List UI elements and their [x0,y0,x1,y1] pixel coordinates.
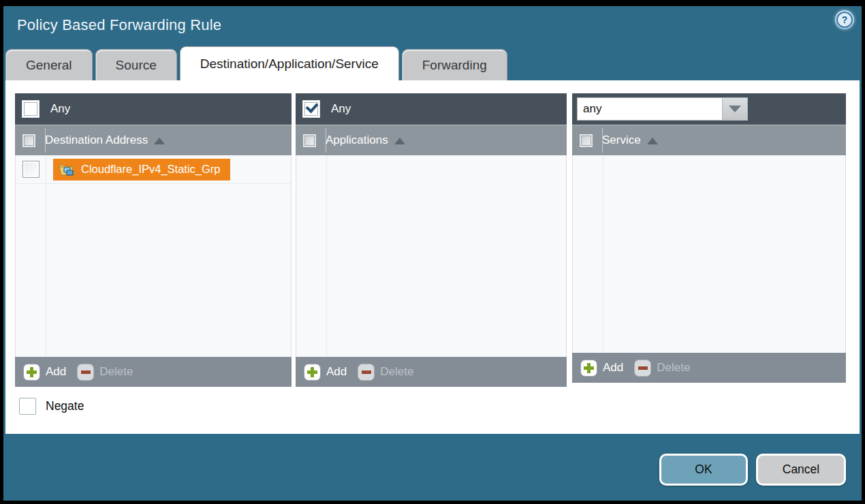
service-column: any Service Add [572,93,846,383]
service-dropdown-bar: any [572,93,846,125]
destination-address-column: Any Destination Address [15,93,292,387]
help-button[interactable]: ? [835,10,854,29]
delete-label: Delete [657,361,690,375]
applications-select-all-checkbox[interactable] [303,134,316,147]
help-icon: ? [836,12,853,28]
tab-destination-application-service[interactable]: Destination/Application/Service [180,46,399,80]
add-label: Add [46,365,66,379]
delete-minus-icon [358,364,375,381]
delete-label: Delete [99,365,133,379]
add-label: Add [326,365,347,379]
destination-sort-header[interactable]: Destination Address [45,133,165,147]
add-label: Add [603,361,623,375]
dropdown-button[interactable] [722,97,748,121]
delete-minus-icon [77,364,94,381]
destination-any-checkbox[interactable] [22,100,40,118]
service-type-value: any [577,97,722,121]
applications-column: Any Applications Add Delete [296,93,567,387]
service-header-label: Service [602,133,641,147]
service-type-dropdown[interactable]: any [577,97,748,121]
destination-footer-bar: Add Delete [15,357,292,387]
service-delete-button[interactable]: Delete [634,360,690,377]
service-footer-bar: Add Delete [572,353,846,383]
service-select-all-checkbox[interactable] [580,134,593,147]
applications-add-button[interactable]: Add [304,364,347,381]
ok-button[interactable]: OK [659,454,748,486]
negate-label: Negate [46,399,84,413]
cancel-button[interactable]: Cancel [756,454,846,486]
table-row: Cloudflare_IPv4_Static_Grp [16,155,291,184]
applications-sort-header[interactable]: Applications [326,133,405,147]
applications-header-label: Applications [326,133,388,147]
destination-column-header: Destination Address [15,125,292,155]
destination-add-button[interactable]: Add [23,364,66,381]
destination-header-label: Destination Address [45,133,148,147]
tab-content-panel: Any Destination Address [5,80,860,434]
service-column-header: Service [572,125,846,155]
dialog-title: Policy Based Forwarding Rule [17,16,221,34]
applications-any-label: Any [331,102,351,116]
delete-minus-icon [634,360,651,377]
row-checkbox[interactable] [22,161,40,178]
tab-bar: General Source Destination/Application/S… [5,46,507,80]
tab-source[interactable]: Source [95,49,177,80]
applications-any-bar: Any [296,93,567,125]
destination-any-label: Any [50,102,70,116]
sort-ascending-icon [394,138,405,144]
policy-based-forwarding-dialog: Policy Based Forwarding Rule ? General S… [3,6,862,501]
negate-option: Negate [19,398,84,415]
delete-label: Delete [380,365,413,379]
address-group-item[interactable]: Cloudflare_IPv4_Static_Grp [53,159,230,180]
add-plus-icon [23,364,40,381]
service-add-button[interactable]: Add [580,360,623,377]
applications-delete-button[interactable]: Delete [358,364,413,381]
applications-footer-bar: Add Delete [296,357,567,387]
destination-select-all-checkbox[interactable] [22,134,35,147]
tab-general[interactable]: General [5,49,93,80]
destination-any-bar: Any [15,93,292,125]
applications-any-checkbox[interactable] [302,100,320,118]
sort-ascending-icon [647,138,658,144]
address-group-label: Cloudflare_IPv4_Static_Grp [81,163,221,176]
tab-forwarding[interactable]: Forwarding [402,49,507,80]
service-sort-header[interactable]: Service [602,133,658,147]
negate-checkbox[interactable] [19,398,36,415]
chevron-down-icon [729,106,741,112]
destination-list: Cloudflare_IPv4_Static_Grp [15,155,292,357]
add-plus-icon [304,364,321,381]
applications-list [296,155,567,357]
applications-column-header: Applications [296,125,567,155]
address-group-icon [59,162,76,176]
service-list [572,155,846,353]
destination-delete-button[interactable]: Delete [77,364,133,381]
add-plus-icon [580,360,597,377]
sort-ascending-icon [154,138,165,144]
